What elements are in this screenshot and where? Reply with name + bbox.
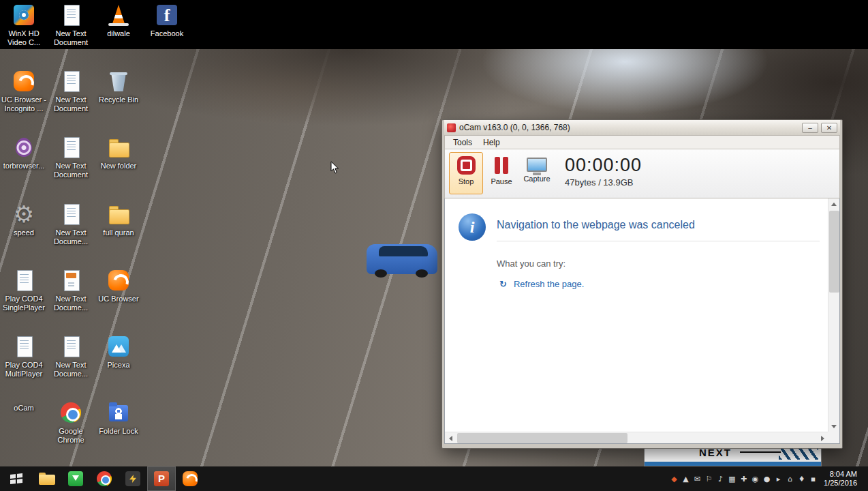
desktop-icon-dilwale[interactable]: dilwale: [95, 4, 142, 38]
powerpoint-icon: [153, 471, 170, 487]
vertical-scrollbar-thumb[interactable]: [829, 211, 839, 293]
desktop-icon-uc-browser-incognito[interactable]: UC Browser - Incognito ...: [1, 70, 47, 113]
desktop-icon-new-text-docume-2[interactable]: New Text Docume...: [48, 269, 94, 312]
uc-browser-icon: [181, 471, 199, 487]
desktop-icon-new-text-document-2[interactable]: New Text Document: [48, 70, 94, 113]
icon-label: New Text Document: [48, 29, 94, 47]
tray-icon[interactable]: ▸: [773, 475, 784, 483]
text-document-icon: [58, 336, 84, 359]
tray-icon[interactable]: ♪: [715, 475, 726, 483]
taskbar-yellow-app[interactable]: [119, 466, 147, 491]
tray-icon[interactable]: ◉: [749, 475, 761, 483]
winx-video-icon: [11, 4, 37, 27]
ocam-window: oCam v163.0 (0, 0, 1366, 768) – ✕ Tools …: [441, 119, 843, 449]
horizontal-scrollbar[interactable]: [445, 432, 828, 443]
icon-label: New Text Docume...: [48, 295, 94, 312]
icon-label: oCam: [1, 404, 47, 413]
desktop-icon-ocam[interactable]: oCam: [1, 402, 47, 413]
taskbar-uc-browser[interactable]: [176, 466, 204, 491]
icon-label: Facebook: [144, 29, 190, 38]
window-title: oCam v163.0 (0, 0, 1366, 768): [459, 123, 802, 132]
desktop-icon-uc-browser[interactable]: UC Browser: [95, 269, 142, 303]
desktop-icon-folder-lock[interactable]: Folder Lock: [95, 402, 142, 436]
titlebar[interactable]: oCam v163.0 (0, 0, 1366, 768) – ✕: [444, 120, 840, 135]
taskbar-chrome[interactable]: [90, 466, 119, 491]
desktop-icon-recycle-bin[interactable]: Recycle Bin: [95, 70, 142, 104]
taskbar-file-explorer[interactable]: [33, 466, 61, 491]
green-app-icon: [67, 471, 84, 487]
stop-button[interactable]: Stop: [449, 152, 483, 194]
scroll-up-button[interactable]: [828, 198, 840, 210]
icon-label: UC Browser - Incognito ...: [1, 95, 47, 113]
scroll-right-button[interactable]: [816, 432, 828, 444]
divider: [497, 241, 820, 241]
minimize-button[interactable]: –: [802, 123, 818, 133]
desktop-icon-facebook[interactable]: Facebook: [144, 4, 190, 38]
tray-icon[interactable]: ⌂: [784, 475, 796, 483]
taskbar-clock[interactable]: 8:04 AM 1/25/2016: [819, 470, 863, 488]
pause-label: Pause: [485, 177, 518, 185]
folder-icon: [106, 203, 131, 226]
taskbar-green-app[interactable]: [61, 466, 90, 491]
desktop-icon-speed[interactable]: speed: [1, 203, 47, 237]
desktop-icon-new-text-document-1[interactable]: New Text Document: [48, 4, 94, 47]
pause-icon: [493, 156, 510, 175]
close-button[interactable]: ✕: [821, 123, 837, 133]
icon-label: Recycle Bin: [95, 95, 142, 104]
windows-logo-icon: [10, 473, 22, 484]
desktop-icon-full-quran[interactable]: full quran: [95, 203, 142, 237]
start-button[interactable]: [0, 466, 33, 491]
horizontal-scrollbar-thumb[interactable]: [457, 433, 627, 443]
menu-help[interactable]: Help: [478, 136, 506, 149]
info-icon: [459, 213, 486, 241]
refresh-link[interactable]: Refresh the page.: [514, 279, 584, 289]
tray-icon[interactable]: ▪: [807, 475, 819, 483]
facebook-icon: [154, 4, 180, 27]
desktop-icon-torbrowser[interactable]: torbrowser...: [1, 136, 47, 170]
tray-icon[interactable]: ▦: [726, 475, 738, 483]
desktop-icon-cod4-singleplayer[interactable]: Play COD4 SinglePlayer: [1, 269, 47, 312]
tray-icon[interactable]: ♦: [796, 475, 807, 483]
embedded-error-page: Navigation to the webpage was canceled W…: [444, 198, 840, 444]
icon-label: Play COD4 SinglePlayer: [1, 295, 47, 312]
refresh-icon: ↻: [499, 279, 507, 289]
capture-label: Capture: [521, 175, 553, 183]
clock-date: 1/25/2016: [824, 479, 857, 488]
icon-label: New Text Document: [48, 95, 94, 113]
mouse-cursor: [330, 161, 340, 177]
menu-tools[interactable]: Tools: [448, 136, 478, 149]
taskbar-powerpoint-active[interactable]: [147, 466, 176, 491]
capture-button[interactable]: Capture: [520, 152, 554, 194]
desktop-icon-winx-hd-video[interactable]: WinX HD Video C...: [1, 4, 47, 47]
tray-icon[interactable]: ⚐: [703, 475, 715, 483]
tray-icon[interactable]: ●: [761, 475, 773, 483]
tray-icon[interactable]: ✉: [692, 475, 703, 483]
desktop-icon-new-text-docume-1[interactable]: New Text Docume...: [48, 203, 94, 246]
icon-label: Play COD4 MultiPlayer: [1, 361, 47, 378]
desktop-icon-new-text-document-3[interactable]: New Text Document: [48, 136, 94, 179]
scroll-down-button[interactable]: [828, 420, 840, 432]
icon-label: speed: [1, 228, 47, 237]
desktop-icon-new-text-docume-3[interactable]: New Text Docume...: [48, 336, 94, 378]
tray-icon[interactable]: ◆: [668, 475, 680, 483]
picture-app-icon: [106, 336, 131, 359]
slide-bottom-bar: [645, 462, 821, 466]
icon-label: Google Chrome: [48, 427, 94, 445]
tray-icon[interactable]: ▲: [680, 475, 692, 483]
desktop-icon-google-chrome[interactable]: Google Chrome: [48, 402, 94, 445]
tray-icon[interactable]: ✚: [738, 475, 749, 483]
stop-label: Stop: [450, 177, 482, 185]
text-document-icon: [58, 136, 84, 160]
scroll-left-button[interactable]: [445, 432, 456, 444]
desktop-icon-picexa[interactable]: Picexa: [95, 336, 142, 370]
uc-browser-icon: [11, 70, 37, 93]
pause-button[interactable]: Pause: [484, 152, 518, 194]
desktop-icon-new-folder[interactable]: New folder: [95, 136, 142, 170]
gear-icon: [11, 203, 37, 226]
desktop-icon-cod4-multiplayer[interactable]: Play COD4 MultiPlayer: [1, 336, 47, 378]
icon-label: Picexa: [95, 361, 142, 370]
slide-line: [740, 451, 781, 453]
vertical-scrollbar[interactable]: [828, 198, 839, 432]
recycle-bin-icon: [106, 70, 131, 93]
window-controls: – ✕: [802, 123, 837, 133]
